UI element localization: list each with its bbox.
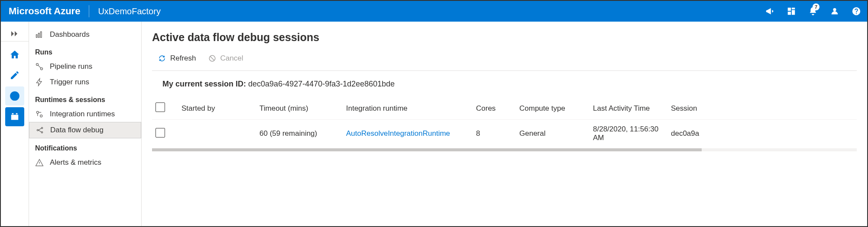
top-bar: Microsoft Azure UxDemoFactory 7	[1, 1, 867, 22]
sidebar-label: Dashboards	[50, 30, 90, 39]
sidebar-label: Data flow debug	[50, 126, 104, 134]
svg-point-7	[36, 111, 39, 113]
col-runtime[interactable]: Integration runtime	[346, 104, 476, 113]
svg-rect-3	[39, 33, 40, 38]
cancel-label: Cancel	[220, 54, 243, 63]
rail-home[interactable]	[5, 45, 24, 64]
sidebar-item-integration-runtimes[interactable]: Integration runtimes	[29, 106, 141, 122]
svg-rect-2	[36, 35, 38, 38]
session-id-value: dec0a9a6-4927-4470-9fa3-1d2ee8601bde	[248, 80, 395, 88]
rail-author[interactable]	[5, 66, 24, 85]
sidebar-section-runtimes: Runtimes & sessions	[29, 90, 141, 106]
col-cores[interactable]: Cores	[476, 104, 519, 113]
col-compute[interactable]: Compute type	[519, 104, 593, 113]
svg-point-8	[40, 115, 42, 117]
notifications-icon[interactable]: 7	[802, 1, 824, 22]
cell-session: dec0a9a	[671, 129, 723, 138]
svg-point-11	[41, 131, 42, 133]
sidebar-label: Integration runtimes	[50, 110, 115, 118]
svg-point-10	[41, 127, 42, 128]
cancel-button: Cancel	[208, 54, 243, 63]
sidebar-item-trigger-runs[interactable]: Trigger runs	[29, 74, 141, 90]
horizontal-scrollbar[interactable]	[152, 148, 857, 151]
sidebar-item-data-flow-debug[interactable]: Data flow debug	[29, 122, 141, 138]
sidebar-item-alerts-metrics[interactable]: Alerts & metrics	[29, 155, 141, 170]
cell-compute: General	[519, 129, 593, 138]
rail-manage[interactable]	[5, 107, 24, 126]
sidebar-label: Alerts & metrics	[50, 158, 101, 167]
select-all-checkbox[interactable]	[155, 102, 165, 112]
table-row[interactable]: 60 (59 remaining) AutoResolveIntegration…	[152, 119, 857, 147]
expand-rail-button[interactable]	[1, 26, 29, 42]
left-rail	[1, 22, 29, 226]
brand-label: Microsoft Azure	[9, 6, 80, 17]
brand-divider	[89, 5, 89, 17]
svg-point-1	[13, 94, 17, 98]
svg-rect-4	[41, 32, 42, 37]
col-timeout[interactable]: Timeout (mins)	[259, 104, 346, 113]
cell-cores: 8	[476, 129, 519, 138]
table-header: Started by Timeout (mins) Integration ru…	[152, 97, 857, 119]
sidebar-label: Trigger runs	[50, 78, 89, 86]
col-session[interactable]: Session	[671, 104, 723, 113]
refresh-button[interactable]: Refresh	[158, 54, 196, 63]
cell-last-activity: 8/28/2020, 11:56:30 AM	[593, 125, 671, 142]
sidebar-section-notifications: Notifications	[29, 138, 141, 155]
panel-icon[interactable]	[781, 1, 802, 22]
sidebar-item-dashboards[interactable]: Dashboards	[29, 27, 141, 42]
sessions-table: Started by Timeout (mins) Integration ru…	[152, 97, 857, 151]
row-checkbox[interactable]	[155, 128, 165, 137]
page-title: Active data flow debug sessions	[152, 31, 857, 44]
sidebar: Dashboards Runs Pipeline runs Trigger ru…	[29, 22, 142, 226]
rail-monitor[interactable]	[5, 86, 24, 106]
workspace-name: UxDemoFactory	[98, 6, 160, 16]
sidebar-label: Pipeline runs	[50, 62, 92, 71]
col-started-by[interactable]: Started by	[181, 104, 259, 113]
cell-runtime-link[interactable]: AutoResolveIntegrationRuntime	[346, 129, 476, 138]
cell-timeout: 60 (59 remaining)	[259, 129, 346, 138]
sidebar-item-pipeline-runs[interactable]: Pipeline runs	[29, 59, 141, 74]
announce-icon[interactable]	[759, 1, 781, 22]
session-id-label: My current session ID:	[162, 80, 248, 88]
col-last-activity[interactable]: Last Activity Time	[593, 104, 671, 113]
toolbar: Refresh Cancel	[152, 52, 857, 71]
refresh-label: Refresh	[170, 54, 196, 63]
session-id-row: My current session ID: dec0a9a6-4927-447…	[152, 71, 857, 97]
notification-badge: 7	[813, 3, 819, 10]
svg-point-9	[37, 129, 38, 131]
feedback-icon[interactable]	[824, 1, 845, 22]
sidebar-section-runs: Runs	[29, 42, 141, 59]
help-icon[interactable]	[845, 1, 867, 22]
main-content: Active data flow debug sessions Refresh …	[142, 22, 867, 226]
